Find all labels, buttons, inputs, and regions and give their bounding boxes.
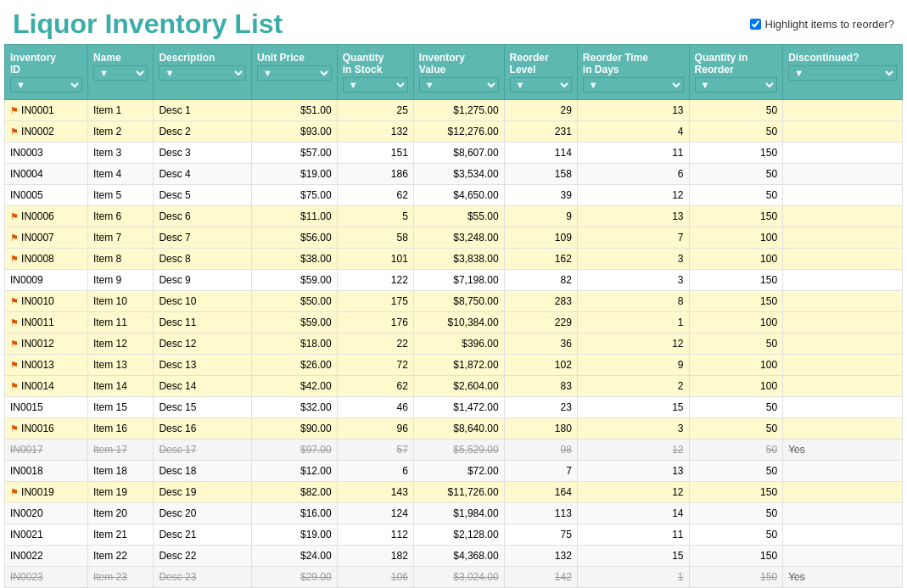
cell-reorder-days: 12 [577,482,689,503]
table-body: ⚑ IN0001Item 1Desc 1$51.0025$1,275.00291… [5,100,903,589]
filter-name[interactable]: ▼ [93,65,148,81]
flag-icon: ⚑ [10,339,21,349]
cell-name: Item 17 [87,440,153,461]
cell-discontinued: Yes [783,567,903,588]
filter-reorder-level[interactable]: ▼ [510,77,572,92]
filter-description[interactable]: ▼ [159,65,245,81]
cell-qty-reorder: 150 [689,291,783,312]
cell-reorder-days: 13 [577,100,689,121]
cell-name: Item 23 [87,567,153,588]
cell-discontinued [783,143,903,164]
cell-unit-price: $42.00 [251,376,337,397]
cell-qty-stock: 182 [337,546,413,567]
table-row: ⚑ IN0008Item 8Desc 8$38.00101$3,838.0016… [5,249,903,270]
cell-unit-price: $50.00 [251,291,337,312]
cell-reorder-days: 4 [577,121,689,143]
cell-inv-value: $8,750.00 [413,291,504,312]
cell-reorder-level: 75 [504,524,577,546]
cell-qty-stock: 22 [337,333,413,355]
cell-reorder-days: 12 [577,333,689,355]
cell-description: Desc 9 [154,270,251,291]
cell-discontinued [783,164,903,185]
cell-name: Item 19 [87,482,153,503]
cell-description: Desc 20 [154,503,251,524]
cell-id: IN0015 [5,397,88,418]
cell-qty-reorder: 150 [689,143,783,164]
highlight-checkbox-area[interactable]: Highlight items to reorder? [750,18,894,31]
discontinued-yes-label: Yes [788,444,805,456]
discontinued-yes-label: Yes [788,571,805,583]
cell-unit-price: $97.00 [251,440,337,461]
cell-name: Item 4 [87,164,153,185]
cell-description: Desc 17 [154,440,251,461]
table-row: ⚑ IN0006Item 6Desc 6$11.005$55.00913150 [5,206,903,227]
filter-qty-reorder[interactable]: ▼ [695,77,778,92]
flag-icon: ⚑ [10,126,21,137]
cell-unit-price: $29.00 [251,567,337,588]
cell-qty-reorder: 150 [689,206,783,227]
flag-icon: ⚑ [10,254,21,264]
cell-name: Item 8 [87,249,153,270]
cell-id: ⚑ IN0007 [5,227,88,249]
cell-inv-value: $12,276.00 [413,121,504,143]
filter-qty-stock[interactable]: ▼ [343,77,408,92]
table-row: IN0017Item 17Desc 17$97.0057$5,529.00981… [5,440,903,461]
cell-inv-value: $4,650.00 [413,185,504,206]
cell-id: ⚑ IN0011 [5,312,88,333]
cell-qty-reorder: 50 [689,524,783,546]
cell-discontinued [783,185,903,206]
cell-discontinued [783,291,903,312]
filter-unit-price[interactable]: ▼ [257,65,332,81]
cell-reorder-level: 9 [504,206,577,227]
cell-id: IN0021 [5,524,88,546]
cell-description: Desc 21 [154,524,251,546]
cell-id: IN0023 [5,567,88,588]
cell-unit-price: $75.00 [251,185,337,206]
table-row: IN0022Item 22Desc 22$24.00182$4,368.0013… [5,546,903,567]
cell-qty-reorder: 150 [689,270,783,291]
page-title: Liquor Inventory List [13,8,283,40]
cell-qty-reorder: 150 [689,567,783,588]
inventory-table: InventoryID ▼ Name ▼ Description ▼ [4,44,903,588]
cell-description: Desc 12 [154,333,251,355]
cell-qty-stock: 62 [337,185,413,206]
cell-description: Desc 16 [154,418,251,440]
table-row: ⚑ IN0007Item 7Desc 7$56.0058$3,248.00109… [5,227,903,249]
cell-reorder-level: 142 [504,567,577,588]
cell-description: Desc 6 [154,206,251,227]
cell-qty-reorder: 50 [689,185,783,206]
cell-qty-stock: 57 [337,440,413,461]
cell-qty-reorder: 50 [689,397,783,418]
filter-discontinued[interactable]: ▼ [788,65,897,81]
cell-reorder-days: 11 [577,524,689,546]
cell-name: Item 16 [87,418,153,440]
cell-reorder-days: 15 [577,397,689,418]
cell-qty-stock: 25 [337,100,413,121]
filter-inventory-id[interactable]: ▼ [10,77,82,92]
th-unit-price: Unit Price ▼ [251,45,337,100]
highlight-checkbox[interactable] [750,19,761,30]
th-reorder-level: ReorderLevel ▼ [504,45,577,100]
table-row: IN0015Item 15Desc 15$32.0046$1,472.00231… [5,397,903,418]
cell-inv-value: $3,248.00 [413,227,504,249]
cell-qty-reorder: 150 [689,546,783,567]
cell-qty-stock: 175 [337,291,413,312]
th-discontinued: Discontinued? ▼ [783,45,903,100]
cell-reorder-days: 3 [577,249,689,270]
cell-reorder-days: 1 [577,567,689,588]
cell-discontinued [783,461,903,482]
cell-qty-reorder: 100 [689,249,783,270]
cell-id: IN0022 [5,546,88,567]
highlight-label[interactable]: Highlight items to reorder? [765,18,894,31]
filter-reorder-days[interactable]: ▼ [583,77,684,92]
cell-discontinued [783,376,903,397]
cell-unit-price: $82.00 [251,482,337,503]
cell-qty-reorder: 50 [689,121,783,143]
filter-inv-value[interactable]: ▼ [419,77,499,92]
cell-description: Desc 23 [154,567,251,588]
cell-inv-value: $11,726.00 [413,482,504,503]
table-row: IN0018Item 18Desc 18$12.006$72.0071350 [5,461,903,482]
cell-reorder-days: 12 [577,440,689,461]
cell-qty-reorder: 150 [689,482,783,503]
cell-name: Item 21 [87,524,153,546]
